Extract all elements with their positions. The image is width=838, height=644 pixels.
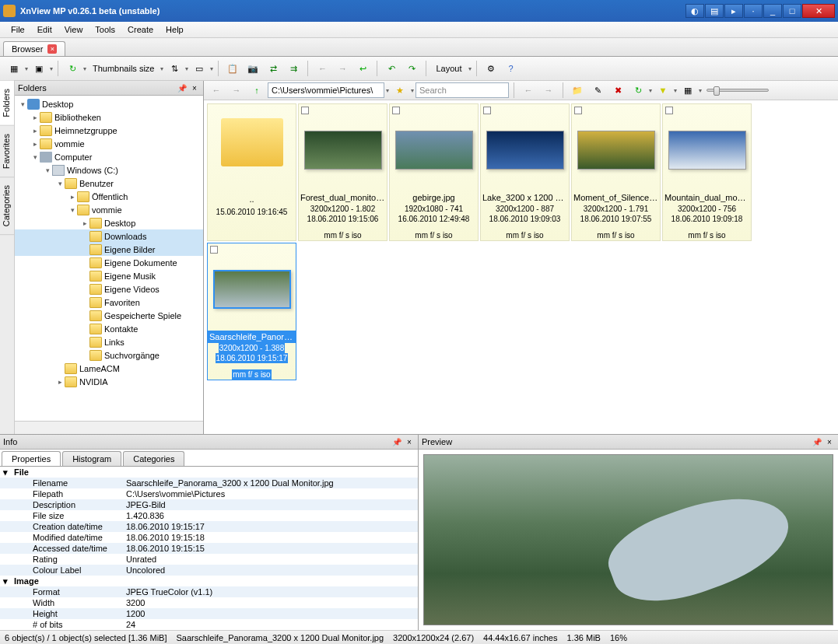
tree-toggle-icon[interactable]: ▾ xyxy=(43,166,52,174)
search-input[interactable]: Search xyxy=(415,82,509,98)
path-fwd-icon[interactable]: → xyxy=(227,81,246,100)
thumbnail[interactable]: Lake_3200 x 1200 Du...3200x1200 - 88718.… xyxy=(480,103,570,241)
path-fwd2-icon[interactable]: → xyxy=(539,81,558,100)
tab-close-icon[interactable]: × xyxy=(47,44,57,54)
tool-1-icon[interactable]: ▦ xyxy=(5,59,23,78)
tree-node[interactable]: ▸Öffentlich xyxy=(15,190,203,203)
tree-toggle-icon[interactable]: ▸ xyxy=(30,127,40,135)
edit-icon[interactable]: ✎ xyxy=(588,81,607,100)
tab-browser[interactable]: Browser × xyxy=(3,41,65,56)
tree-toggle-icon[interactable]: ▾ xyxy=(68,206,77,214)
tree-node[interactable]: Gespeicherte Spiele xyxy=(15,309,203,322)
preview-close-icon[interactable]: × xyxy=(824,436,835,447)
thumb-checkbox[interactable] xyxy=(392,107,400,114)
zoom-slider[interactable] xyxy=(707,89,769,92)
thumbnail[interactable]: Forest_dual_monitor_...3200x1200 - 1.802… xyxy=(298,103,387,241)
tree-node[interactable]: ▸Desktop xyxy=(15,216,203,229)
thumbnail-area[interactable]: ..15.06.2010 19:16:45Forest_dual_monitor… xyxy=(204,100,838,434)
reload-icon[interactable]: ↻ xyxy=(629,81,647,100)
tree-toggle-icon[interactable]: ▾ xyxy=(18,100,27,108)
back-icon[interactable]: ← xyxy=(313,59,331,78)
tree-toggle-icon[interactable]: ▾ xyxy=(55,180,65,187)
rotate-right-icon[interactable]: ↷ xyxy=(402,59,421,78)
tree-node[interactable]: Favoriten xyxy=(15,296,203,309)
maximize-button[interactable]: □ xyxy=(783,4,801,18)
thumb-checkbox[interactable] xyxy=(210,246,218,254)
thumbnail[interactable]: Saarschleife_Panoram...3200x1200 - 1.388… xyxy=(207,243,296,380)
preview-image[interactable] xyxy=(423,454,833,625)
tree-toggle-icon[interactable]: ▸ xyxy=(68,193,77,201)
thumbnail[interactable]: gebirge.jpg1920x1080 - 74116.06.2010 12:… xyxy=(389,103,479,241)
tree-hscroll[interactable] xyxy=(15,421,203,434)
path-back-icon[interactable]: ← xyxy=(207,81,226,100)
convert-icon[interactable]: ⇄ xyxy=(264,59,282,78)
newfolder-icon[interactable]: 📁 xyxy=(568,81,587,100)
tree-node[interactable]: ▸Bibliotheken xyxy=(15,110,203,124)
star-icon[interactable]: ★ xyxy=(391,81,409,100)
sidetab-folders[interactable]: Folders xyxy=(0,81,14,126)
thumb-checkbox[interactable] xyxy=(483,107,491,114)
tree-node[interactable]: ▾Computer xyxy=(15,150,203,163)
thumbnail[interactable]: Mountain_dual_monito...3200x1200 - 75618… xyxy=(662,103,752,241)
help-icon[interactable]: ? xyxy=(502,59,521,78)
batch-icon[interactable]: ⇉ xyxy=(284,59,303,78)
tree-node[interactable]: ▾Desktop xyxy=(15,97,203,110)
tree-node[interactable]: Eigene Musik xyxy=(15,269,203,282)
filter-icon[interactable]: ▼ xyxy=(654,81,672,100)
pin-icon[interactable]: 📌 xyxy=(177,82,188,93)
section-toggle-icon[interactable]: ▾ xyxy=(0,576,11,586)
win-btn3[interactable]: ▸ xyxy=(724,4,743,18)
refresh-icon[interactable]: ↻ xyxy=(63,59,82,78)
forward-icon[interactable]: → xyxy=(333,59,352,78)
sort-icon[interactable]: ⇅ xyxy=(165,59,184,78)
minimize-button[interactable]: _ xyxy=(763,4,782,18)
sidetab-categories[interactable]: Categories xyxy=(0,177,14,235)
delete-icon[interactable]: ✖ xyxy=(608,81,627,100)
camera-icon[interactable]: 📷 xyxy=(244,59,262,78)
thumb-checkbox[interactable] xyxy=(301,107,309,114)
tree-toggle-icon[interactable]: ▾ xyxy=(30,153,40,161)
panel-close-icon[interactable]: × xyxy=(189,82,200,93)
thumbnail[interactable]: ..15.06.2010 19:16:45 xyxy=(207,103,296,241)
tab-histogram[interactable]: Histogram xyxy=(62,451,121,466)
close-button[interactable]: ✕ xyxy=(802,4,835,18)
tree-node[interactable]: ▸NVIDIA xyxy=(15,375,203,388)
tab-categories[interactable]: Categories xyxy=(123,451,184,466)
tree-node[interactable]: Downloads xyxy=(15,229,203,243)
tree-node[interactable]: Links xyxy=(15,335,203,348)
folder-tree[interactable]: ▾Desktop▸Bibliotheken▸Heimnetzgruppe▸vom… xyxy=(15,96,203,421)
tool-2-icon[interactable]: ▣ xyxy=(30,59,48,78)
properties-table[interactable]: ▾FileFilenameSaarschleife_Panorama_3200 … xyxy=(0,467,418,630)
menu-view[interactable]: View xyxy=(58,23,89,36)
sidetab-favorites[interactable]: Favorites xyxy=(0,126,14,177)
tree-node[interactable]: ▾Benutzer xyxy=(15,177,203,190)
section-toggle-icon[interactable]: ▾ xyxy=(0,467,11,478)
thumbsize-label[interactable]: Thumbnails size xyxy=(88,64,159,73)
win-btn4[interactable]: · xyxy=(744,4,763,18)
tree-node[interactable]: Eigene Videos xyxy=(15,282,203,296)
tree-toggle-icon[interactable]: ▸ xyxy=(55,378,65,386)
copy-icon[interactable]: 📋 xyxy=(223,59,242,78)
tree-node[interactable]: LameACM xyxy=(15,362,203,375)
tree-toggle-icon[interactable]: ▸ xyxy=(30,140,40,148)
thumb-checkbox[interactable] xyxy=(665,107,673,114)
tree-node[interactable]: Suchvorgänge xyxy=(15,348,203,362)
settings-icon[interactable]: ⚙ xyxy=(482,59,500,78)
layout-opt-icon[interactable]: ▭ xyxy=(190,59,209,78)
tree-node[interactable]: ▸vommie xyxy=(15,137,203,150)
tree-node[interactable]: Eigene Dokumente xyxy=(15,256,203,269)
thumb-checkbox[interactable] xyxy=(574,107,582,114)
tree-toggle-icon[interactable]: ▸ xyxy=(80,219,89,227)
rotate-left-icon[interactable]: ↶ xyxy=(382,59,401,78)
path-input[interactable]: C:\Users\vommie\Pictures\ xyxy=(268,82,384,98)
tree-toggle-icon[interactable]: ▸ xyxy=(30,114,40,121)
thumbnail[interactable]: Moment_of_Silence_3...3200x1200 - 1.7911… xyxy=(571,103,661,241)
menu-help[interactable]: Help xyxy=(160,23,190,36)
up2-icon[interactable]: ↩ xyxy=(353,59,372,78)
titlebar[interactable]: XnView MP v0.26.1 beta (unstable) ◐ ▤ ▸ … xyxy=(0,0,838,22)
layout-label[interactable]: Layout xyxy=(431,64,466,73)
path-up-icon[interactable]: ↑ xyxy=(247,81,266,100)
win-btn2[interactable]: ▤ xyxy=(705,4,724,18)
tree-node[interactable]: ▾vommie xyxy=(15,203,203,216)
menu-create[interactable]: Create xyxy=(121,23,160,36)
